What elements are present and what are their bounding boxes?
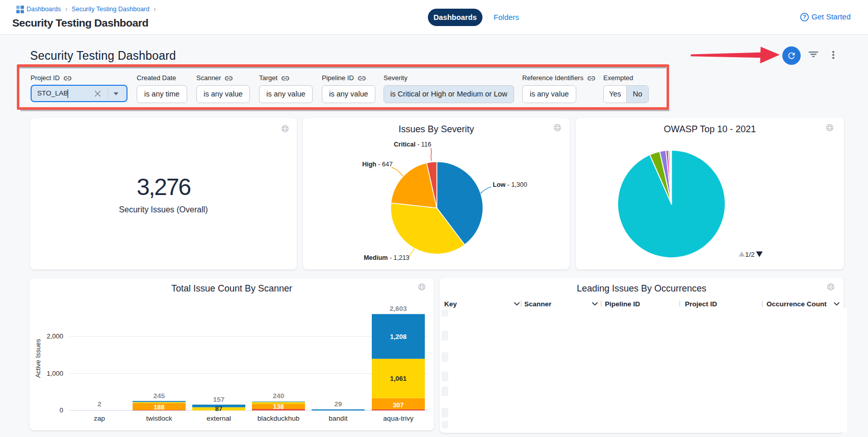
svg-text:Active Issues: Active Issues (34, 338, 42, 378)
svg-text:1,208: 1,208 (390, 333, 407, 341)
svg-text:138: 138 (273, 403, 284, 410)
svg-text:245: 245 (154, 392, 165, 400)
svg-text:aqua-trivy: aqua-trivy (383, 415, 414, 422)
svg-text:zap: zap (94, 415, 105, 422)
svg-text:29: 29 (334, 400, 342, 408)
svg-text:2,000: 2,000 (46, 332, 63, 340)
svg-text:2: 2 (97, 400, 101, 408)
svg-text:?: ? (803, 14, 806, 20)
svg-text:1,000: 1,000 (46, 370, 63, 377)
svg-text:157: 157 (213, 396, 225, 403)
svg-text:blackduckhub: blackduckhub (258, 415, 300, 422)
svg-text:240: 240 (273, 392, 285, 400)
svg-text:external: external (207, 415, 231, 422)
svg-text:2,603: 2,603 (390, 305, 407, 312)
svg-text:188: 188 (154, 403, 165, 411)
svg-text:87: 87 (215, 405, 222, 412)
svg-text:307: 307 (393, 401, 404, 409)
svg-text:twistlock: twistlock (146, 415, 172, 422)
svg-text:0: 0 (60, 406, 63, 414)
svg-text:bandit: bandit (329, 415, 348, 422)
svg-text:1,061: 1,061 (390, 375, 407, 382)
